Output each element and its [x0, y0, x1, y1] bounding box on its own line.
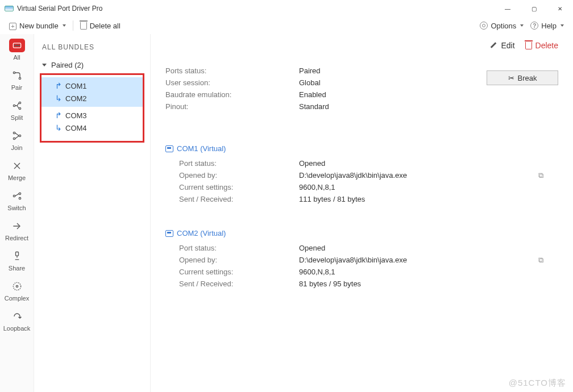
opened-by-label: Opened by: — [179, 256, 299, 264]
sidebar-label: Switch — [0, 205, 34, 211]
svg-point-14 — [19, 198, 20, 199]
break-icon: ✂ — [508, 74, 514, 82]
delete-label: Delete — [535, 41, 558, 50]
sent-received-value: 111 bytes / 81 bytes — [299, 195, 365, 203]
user-session-label: User session: — [165, 78, 299, 87]
opened-by-label: Opened by: — [179, 171, 299, 180]
port-status-value: Opened — [299, 244, 325, 252]
pair-block-1[interactable]: ↱COM1 ↳COM2 — [41, 77, 143, 107]
sidebar: All Pair Split Join Merge Switch Redirec… — [0, 34, 34, 392]
svg-point-16 — [13, 282, 20, 290]
svg-point-8 — [19, 107, 20, 109]
port-title: COM2 (Virtual) — [177, 229, 226, 237]
copy-icon[interactable]: ⧉ — [538, 256, 543, 265]
settings-value: 9600,N,8,1 — [299, 268, 335, 276]
app-title: Virtual Serial Port Driver Pro — [17, 5, 103, 12]
settings-label: Current settings: — [179, 183, 299, 191]
maximize-button[interactable]: ▢ — [521, 0, 547, 17]
sidebar-item-loopback[interactable]: Loopback — [0, 305, 34, 335]
baudrate-label: Baudrate emulation: — [165, 90, 299, 99]
tree-heading: ALL BUNDLES — [34, 40, 150, 59]
chevron-down-icon — [42, 64, 47, 66]
port-name: COM1 — [65, 82, 87, 90]
watermark: @51CTO博客 — [509, 378, 566, 389]
complex-icon — [9, 280, 25, 293]
bundle-tree-panel: ALL BUNDLES Paired (2) ↱COM1 ↳COM2 ↱COM3… — [34, 34, 151, 392]
sidebar-item-all[interactable]: All — [0, 34, 34, 64]
delete-all-label: Delete all — [90, 22, 121, 30]
sidebar-item-merge[interactable]: Merge — [0, 155, 34, 185]
new-bundle-button[interactable]: + New bundle — [6, 20, 69, 32]
svg-point-3 — [18, 45, 19, 46]
opened-by-value: D:\develop\java8\jdk\bin\java.exe — [299, 256, 407, 264]
break-label: Break — [518, 74, 537, 82]
app-icon — [5, 6, 14, 11]
minimize-button[interactable]: — — [495, 0, 521, 17]
pair-icon — [9, 69, 25, 82]
svg-point-7 — [19, 102, 20, 103]
edit-label: Edit — [501, 41, 514, 50]
svg-point-4 — [13, 72, 15, 73]
dropdown-caret-icon — [560, 24, 564, 27]
merge-icon — [9, 159, 25, 173]
dropdown-caret-icon — [63, 24, 66, 27]
pinout-value: Standard — [299, 102, 329, 111]
ports-status-label: Ports status: — [165, 66, 299, 75]
port-icon — [165, 230, 173, 237]
sidebar-item-switch[interactable]: Switch — [0, 185, 34, 215]
arrow-in-icon: ↳ — [55, 94, 62, 103]
new-bundle-label: New bundle — [19, 22, 59, 30]
title-bar: Virtual Serial Port Driver Pro — ▢ ✕ — [0, 0, 573, 17]
tree-group-label: Paired (2) — [51, 61, 84, 69]
port-name: COM4 — [65, 124, 87, 132]
tree-group-paired[interactable]: Paired (2) — [42, 59, 150, 71]
port-title: COM1 (Virtual) — [177, 144, 226, 153]
redirect-icon — [9, 219, 25, 233]
sidebar-item-split[interactable]: Split — [0, 94, 34, 124]
sidebar-item-join[interactable]: Join — [0, 124, 34, 155]
all-icon — [9, 39, 25, 52]
port-section-com1: COM1 (Virtual) Port status:Opened Opened… — [165, 144, 558, 205]
arrow-out-icon: ↱ — [55, 111, 62, 120]
svg-point-5 — [19, 77, 20, 79]
sidebar-label: Complex — [0, 295, 34, 302]
copy-icon[interactable]: ⧉ — [538, 171, 543, 180]
break-button[interactable]: ✂ Break — [487, 70, 558, 85]
split-icon — [9, 99, 25, 112]
options-button[interactable]: Options — [476, 20, 527, 32]
help-button[interactable]: ? Help — [527, 20, 567, 32]
svg-point-6 — [13, 105, 15, 106]
delete-all-button[interactable]: Delete all — [77, 20, 124, 32]
arrow-in-icon: ↳ — [55, 123, 62, 132]
gear-icon — [480, 22, 488, 30]
help-label: Help — [541, 22, 557, 30]
sidebar-item-redirect[interactable]: Redirect — [0, 215, 34, 245]
sidebar-label: All — [0, 54, 34, 61]
sidebar-item-share[interactable]: Share — [0, 245, 34, 275]
svg-point-1 — [14, 45, 15, 46]
toolbar-separator — [73, 20, 73, 31]
svg-rect-15 — [15, 252, 18, 256]
trash-icon — [525, 42, 532, 49]
port-icon — [165, 145, 173, 152]
pair-block-2[interactable]: ↱COM3 ↳COM4 — [41, 107, 143, 136]
delete-button[interactable]: Delete — [525, 41, 558, 50]
sidebar-item-pair[interactable]: Pair — [0, 64, 34, 94]
sent-received-label: Sent / Received: — [179, 195, 299, 203]
baudrate-value: Enabled — [299, 90, 326, 99]
edit-button[interactable]: Edit — [489, 41, 514, 50]
svg-point-10 — [13, 137, 15, 139]
close-button[interactable]: ✕ — [547, 0, 573, 17]
sidebar-item-complex[interactable]: Complex — [0, 275, 34, 305]
bundle-icon: + — [9, 23, 16, 30]
svg-point-11 — [19, 135, 20, 136]
help-icon: ? — [530, 22, 538, 30]
arrow-out-icon: ↱ — [55, 81, 62, 90]
details-panel: Edit Delete Ports status:Paired User ses… — [151, 34, 573, 392]
port-status-label: Port status: — [179, 159, 299, 168]
sidebar-label: Redirect — [0, 235, 34, 241]
sidebar-label: Join — [0, 144, 34, 151]
opened-by-value: D:\develop\java8\jdk\bin\java.exe — [299, 171, 407, 180]
sidebar-label: Pair — [0, 84, 34, 91]
loopback-icon — [9, 310, 25, 323]
